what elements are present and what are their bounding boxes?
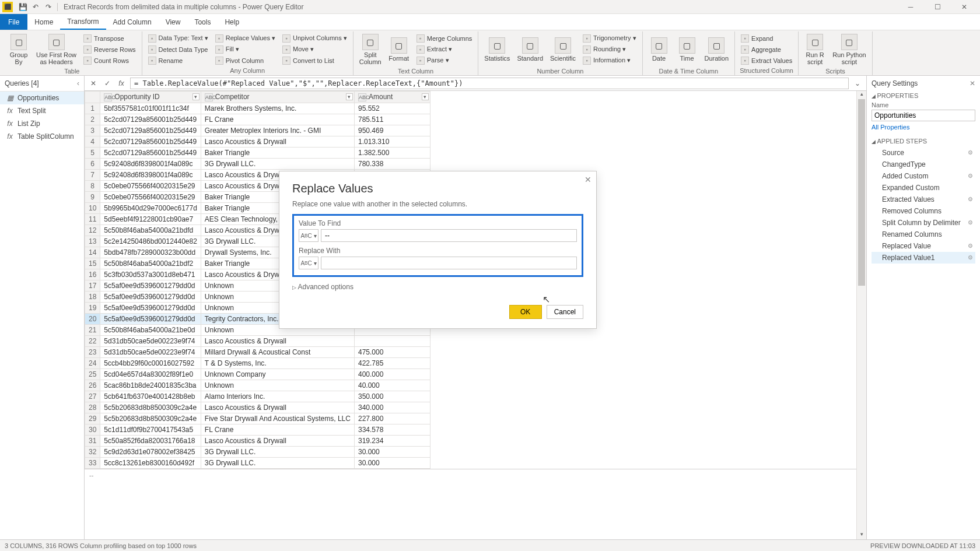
row-number[interactable]: 12 <box>85 225 100 236</box>
cell[interactable]: 227.800 <box>354 413 430 424</box>
ribbon-parse-[interactable]: ▫Parse ▾ <box>414 55 475 66</box>
step-expanded-custom[interactable]: Expanded Custom <box>872 182 975 194</box>
query-list-zip[interactable]: fxList Zip <box>0 117 84 130</box>
cell[interactable]: 5c9d2d63d1e078002ef38425 <box>100 447 201 458</box>
ribbon-rounding-[interactable]: ▫Rounding ▾ <box>580 44 638 55</box>
row-number[interactable]: 4 <box>85 136 100 148</box>
row-number[interactable]: 31 <box>85 436 100 447</box>
cell[interactable]: 5cd04e657d4a83002f89f1e0 <box>100 369 201 380</box>
cell[interactable]: 5c2cd07129a856001b25d449 <box>100 148 201 159</box>
cell[interactable]: 780.338 <box>354 159 430 170</box>
cell[interactable]: 5c1d11df0f9b2700417543a5 <box>100 424 201 436</box>
cell[interactable]: Marek Brothers Systems, Inc. <box>201 103 354 114</box>
cell[interactable]: 5b9965b40d29e7000ec6177d <box>100 203 201 214</box>
cell[interactable]: 5c5af0ee9d5396001279dd0d <box>100 280 201 292</box>
row-number[interactable]: 33 <box>85 458 100 469</box>
cell[interactable]: 340.000 <box>354 402 430 413</box>
ribbon-extract-values[interactable]: ▫Extract Values <box>738 55 794 66</box>
cell[interactable]: Lasco Acoustics & Drywall <box>201 402 354 413</box>
row-number[interactable]: 16 <box>85 269 100 280</box>
table-row[interactable]: 275cb641fb6370e4001428b8ebAlamo Interior… <box>85 391 430 402</box>
cell[interactable]: 1.382.500 <box>354 148 430 159</box>
cell[interactable]: 5c0ebe075566f40020315e29 <box>100 192 201 203</box>
ribbon-aggregate[interactable]: ▫Aggregate <box>738 44 794 55</box>
table-row[interactable]: 65c92408d6f8398001f4a089c3G Drywall LLC.… <box>85 159 430 170</box>
cell[interactable]: 30.000 <box>354 458 430 469</box>
row-number[interactable]: 11 <box>85 214 100 225</box>
cancel-formula-icon[interactable]: ✕ <box>88 78 99 89</box>
ribbon-scientific[interactable]: ▢Scientific <box>548 33 578 66</box>
ribbon-count-rows[interactable]: ▫Count Rows <box>81 55 138 66</box>
row-number[interactable]: 22 <box>85 336 100 347</box>
cell[interactable]: 5c50b8f46aba54000a21bdfd <box>100 225 201 236</box>
cell[interactable]: 5c5af0ee9d5396001279dd0d <box>100 292 201 303</box>
ribbon-move-[interactable]: ▫Move ▾ <box>280 44 349 55</box>
scroll-thumb[interactable] <box>858 99 865 286</box>
file-tab[interactable]: File <box>0 14 27 30</box>
row-number[interactable]: 23 <box>85 347 100 358</box>
row-number[interactable]: 7 <box>85 170 100 181</box>
row-number[interactable]: 3 <box>85 125 100 136</box>
cell[interactable]: 5c92408d6f8398001f4a089c <box>100 170 201 181</box>
row-number[interactable]: 18 <box>85 292 100 303</box>
cell[interactable]: 5c2cd07129a856001b25d449 <box>100 114 201 125</box>
cell[interactable]: Unknown Company <box>201 369 354 380</box>
step-source[interactable]: Source⚙ <box>872 147 975 159</box>
collapse-queries-icon[interactable]: ‹ <box>77 79 79 87</box>
all-properties-link[interactable]: All Properties <box>872 124 975 131</box>
row-number[interactable]: 2 <box>85 114 100 125</box>
step-changedtype[interactable]: ChangedType <box>872 159 975 170</box>
step-replaced-value[interactable]: Replaced Value⚙ <box>872 240 975 252</box>
step-replaced-value1[interactable]: Replaced Value1⚙ <box>872 252 975 264</box>
cell[interactable] <box>354 336 430 347</box>
maximize-button[interactable]: ☐ <box>924 0 951 14</box>
ribbon-transpose[interactable]: ▫Transpose <box>81 33 138 44</box>
cell[interactable]: 785.511 <box>354 114 430 125</box>
ribbon-standard[interactable]: ▢Standard <box>514 33 545 66</box>
table-row[interactable]: 245ccb4bb29f60c00016027592T & D Systems,… <box>85 358 430 369</box>
query-table-splitcolumn[interactable]: fxTable SplitColumn <box>0 130 84 143</box>
row-number[interactable]: 25 <box>85 369 100 380</box>
minimize-button[interactable]: ─ <box>897 0 924 14</box>
row-number[interactable]: 29 <box>85 413 100 424</box>
cell[interactable]: 5c50b8f46aba54000a21bdf2 <box>100 258 201 269</box>
cell[interactable]: Five Star Drywall And Acoustical Systems… <box>201 413 354 424</box>
type-icon[interactable]: ABC <box>358 93 366 101</box>
ribbon-information-[interactable]: ▫Information ▾ <box>580 55 638 66</box>
cell[interactable]: FL Crane <box>201 424 354 436</box>
gear-icon[interactable]: ⚙ <box>968 243 973 249</box>
row-number[interactable]: 21 <box>85 325 100 336</box>
row-number[interactable]: 20 <box>85 314 100 325</box>
column-filter-icon[interactable]: ▾ <box>422 93 429 100</box>
tab-view[interactable]: View <box>159 14 188 30</box>
expand-formula-icon[interactable]: ⌄ <box>852 78 863 89</box>
ribbon-run-r-script[interactable]: ▢Run Rscript <box>802 33 828 66</box>
cell[interactable]: 5c3fb030d537a3001d8eb471 <box>100 269 201 280</box>
ok-button[interactable]: OK <box>509 305 542 319</box>
column-header-amount[interactable]: ABCAmount▾ <box>354 92 430 103</box>
vertical-scrollbar[interactable]: ▴ ▾ <box>856 91 866 539</box>
gear-icon[interactable]: ⚙ <box>968 254 973 261</box>
cell[interactable]: Unknown <box>201 380 354 391</box>
tab-tools[interactable]: Tools <box>187 14 218 30</box>
close-settings-icon[interactable]: ✕ <box>970 79 975 87</box>
row-number[interactable]: 5 <box>85 148 100 159</box>
table-row[interactable]: 35c2cd07129a856001b25d449Greater Metropl… <box>85 125 430 136</box>
cell[interactable]: 400.000 <box>354 369 430 380</box>
tab-add-column[interactable]: Add Column <box>106 14 159 30</box>
ribbon-unpivot-columns-[interactable]: ▫Unpivot Columns ▾ <box>280 33 349 44</box>
cell[interactable]: 5c5b20683d8b8500309c2a4e <box>100 402 201 413</box>
cell[interactable]: 5c5af0ee9d5396001279dd0d <box>100 303 201 314</box>
row-number[interactable]: 1 <box>85 103 100 114</box>
table-row[interactable]: 285c5b20683d8b8500309c2a4eLasco Acoustic… <box>85 402 430 413</box>
gear-icon[interactable]: ⚙ <box>968 173 973 179</box>
ribbon-convert-to-list[interactable]: ▫Convert to List <box>280 55 349 66</box>
gear-icon[interactable]: ⚙ <box>968 219 973 226</box>
ribbon-trigonometry-[interactable]: ▫Trigonometry ▾ <box>580 33 638 44</box>
row-number[interactable]: 6 <box>85 159 100 170</box>
tab-transform[interactable]: Transform <box>60 14 106 30</box>
cell[interactable]: 5ccb4bb29f60c00016027592 <box>100 358 201 369</box>
cell[interactable]: Alamo Interiors Inc. <box>201 391 354 402</box>
cell[interactable]: 40.000 <box>354 380 430 391</box>
cell[interactable]: 5bdb478fb7289000323b00dd <box>100 247 201 258</box>
